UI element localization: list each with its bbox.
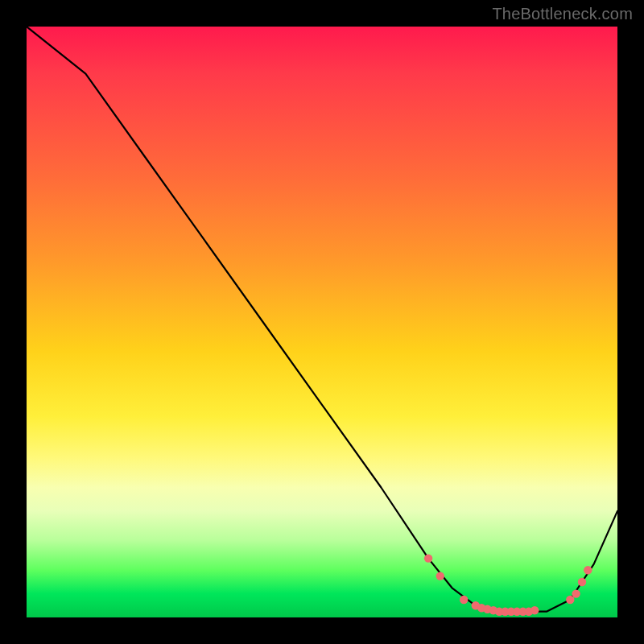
highlight-dot xyxy=(530,606,539,614)
highlight-dot xyxy=(424,554,432,562)
chart-overlay xyxy=(27,27,617,617)
watermark-text: TheBottleneck.com xyxy=(492,5,633,23)
bottleneck-curve xyxy=(27,27,617,612)
highlight-dot xyxy=(566,596,574,604)
highlight-dot xyxy=(572,589,580,597)
highlight-dot xyxy=(436,572,444,580)
highlight-dot xyxy=(460,596,468,604)
highlight-dot xyxy=(578,578,586,586)
highlight-dot xyxy=(584,566,592,574)
chart-frame: TheBottleneck.com xyxy=(0,0,644,644)
plot-area xyxy=(27,27,617,617)
